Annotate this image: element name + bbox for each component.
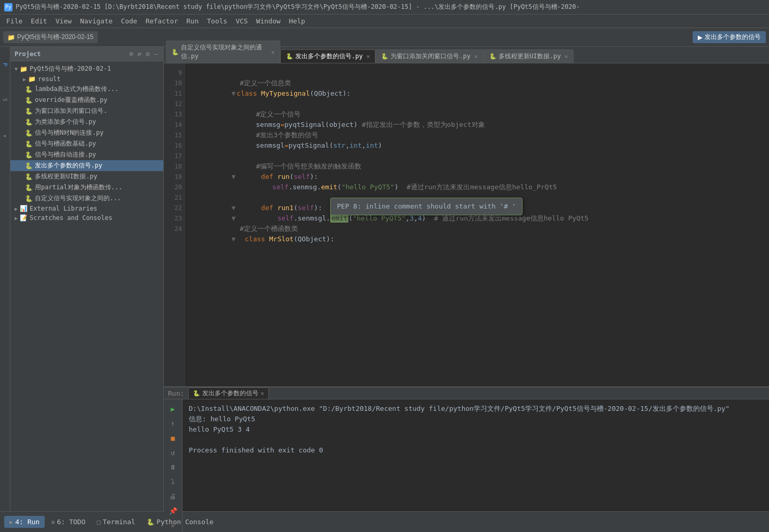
- result-folder-icon: 📁: [28, 75, 36, 83]
- project-add-icon[interactable]: ⊕: [128, 49, 135, 59]
- run-tab-py-icon: 🐍: [193, 390, 200, 397]
- code-editor[interactable]: 9 10 11 12 13 14 15 16 17 18 19 20 21 22…: [164, 63, 769, 386]
- run-output-line-2: 信息: hello PyQt5: [189, 414, 763, 424]
- menu-vcs[interactable]: VCS: [231, 16, 252, 26]
- run-print-button[interactable]: 🖨: [167, 490, 179, 502]
- list-item[interactable]: 🐍 信号与槽自动连接.py: [10, 149, 163, 160]
- py-file-icon: 🐍: [25, 151, 33, 159]
- bottom-python-console-button[interactable]: 🐍 Python Console: [141, 516, 219, 528]
- py-file-icon: 🐍: [25, 173, 33, 180]
- list-item[interactable]: 🐍 为类添加多个信号.py: [10, 116, 163, 127]
- menu-window[interactable]: Window: [252, 16, 285, 26]
- py-file-icon: 🐍: [25, 140, 33, 148]
- menu-run[interactable]: Run: [183, 16, 203, 26]
- tab-close-icon[interactable]: ✕: [474, 53, 478, 60]
- list-item-active[interactable]: 🐍 发出多个参数的信号.py: [10, 160, 163, 171]
- menu-tools[interactable]: Tools: [203, 16, 231, 26]
- py-tab-icon: 🐍: [172, 49, 179, 56]
- menu-edit[interactable]: Edit: [27, 16, 51, 26]
- run-output-line-4: [189, 435, 763, 445]
- py-file-icon: 🐍: [25, 162, 33, 170]
- project-header-icons: ⊕ ⇄ ⚙ —: [128, 49, 159, 59]
- run-bottom-icon: ▶: [9, 518, 13, 526]
- menu-refactor[interactable]: Refactor: [141, 16, 183, 26]
- list-item[interactable]: 🐍 用partial对象为槽函数传...: [10, 182, 163, 193]
- bottom-todo-button[interactable]: ≡ 6: TODO: [46, 516, 90, 528]
- tab-close-icon[interactable]: ✕: [271, 49, 275, 56]
- tab-close-icon[interactable]: ✕: [565, 53, 568, 60]
- code-line-19: self.senmsg.emit("hello PyQT5") #通过run方法…: [191, 172, 763, 182]
- py-tab-icon: 🐍: [286, 53, 293, 60]
- tab-multi-param[interactable]: 🐍 发出多个参数的信号.py ✕: [280, 49, 375, 63]
- run-step-button[interactable]: ⤵: [167, 475, 179, 488]
- code-content[interactable]: #定义一个信息类 ▼class MyTypesignal(QObject): #…: [185, 63, 769, 386]
- run-play-button[interactable]: ▶: [167, 403, 179, 415]
- sidebar-favorites-icon[interactable]: ★: [1, 120, 9, 151]
- tab-multithread[interactable]: 🐍 多线程更新UI数据.py ✕: [484, 49, 574, 63]
- left-sidebar-icons: P S ★: [0, 47, 10, 511]
- run-output-line-3: hello PyQt5 3 4: [189, 424, 763, 435]
- run-pin-button[interactable]: 📌: [167, 504, 179, 517]
- tab-custom-signal[interactable]: 🐍 自定义信号实现对象之间的通信.py ✕: [166, 41, 280, 63]
- menu-navigate[interactable]: Navigate: [76, 16, 117, 26]
- app-icon: Py: [4, 3, 12, 11]
- main-layout: P S ★ Project ⊕ ⇄ ⚙ — ▼ 📁 PyQt5信号与槽-2020…: [0, 47, 769, 511]
- python-console-icon: 🐍: [147, 518, 154, 526]
- todo-icon: ≡: [51, 518, 55, 526]
- list-item[interactable]: 🐍 信号与槽函数基础.py: [10, 138, 163, 149]
- menu-file[interactable]: File: [2, 16, 27, 26]
- run-stop-button[interactable]: ■: [167, 432, 179, 444]
- tree-external-libraries[interactable]: ▶ 📊 External Libraries: [10, 204, 163, 213]
- list-item[interactable]: 🐍 信号与槽N对N的连接.py: [10, 127, 163, 138]
- toolbar: 📁 PyQt5信号与槽-2020-02-15 ▶ 发出多个参数的信号: [0, 28, 769, 47]
- menu-view[interactable]: View: [51, 16, 76, 26]
- run-active-tab[interactable]: 🐍 发出多个参数的信号 ✕: [188, 387, 269, 399]
- project-sync-icon[interactable]: ⇄: [137, 49, 143, 59]
- code-line-24: ▼ class MrSlot(QObject):: [191, 224, 763, 234]
- title-text: PyQt5信号与槽-2020-02-15 [D:\Byrbt2018\Recen…: [16, 3, 580, 11]
- tab-close-icon[interactable]: ✕: [367, 53, 370, 60]
- tree-root[interactable]: ▼ 📁 PyQt5信号与槽-2020-02-1: [10, 63, 163, 74]
- run-output-line-5: Process finished with exit code 0: [189, 445, 763, 456]
- run-up-button[interactable]: ↑: [167, 417, 179, 430]
- py-file-icon: 🐍: [25, 129, 33, 137]
- sidebar-project-icon[interactable]: P: [1, 49, 9, 80]
- run-output: D:\Install\ANACONDA2\python.exe "D:/Byrb…: [183, 399, 769, 532]
- code-line-16: [191, 140, 763, 151]
- menu-bar: File Edit View Navigate Code Refactor Ru…: [0, 15, 769, 28]
- run-button[interactable]: ▶ 发出多个参数的信号: [693, 31, 766, 43]
- tree-scratches[interactable]: ▶ 📝 Scratches and Consoles: [10, 213, 163, 223]
- project-minimize-icon[interactable]: —: [153, 49, 159, 59]
- project-selector[interactable]: 📁 PyQt5信号与槽-2020-02-15: [3, 31, 98, 43]
- run-rerun-button[interactable]: ↺: [167, 446, 179, 459]
- folder-icon: 📁: [7, 34, 15, 41]
- sidebar-structure-icon[interactable]: S: [1, 84, 9, 115]
- code-line-11: [191, 88, 763, 99]
- bottom-terminal-button[interactable]: □ Terminal: [92, 516, 140, 528]
- py-file-icon: 🐍: [25, 184, 33, 191]
- tree-result-folder[interactable]: ▶ 📁 result: [10, 74, 163, 84]
- py-file-icon: 🐍: [25, 119, 33, 126]
- run-tab-close-icon[interactable]: ✕: [260, 390, 264, 397]
- code-line-17: #编写一个信号想关触发的触发函数: [191, 151, 763, 161]
- list-item[interactable]: 🐍 lambda表达式为槽函数传...: [10, 84, 163, 95]
- run-panel: Run: 🐍 发出多个参数的信号 ✕ ▶ ↑ ■ ↺ ⏸ ⤵ 🖨 📌 »: [164, 386, 769, 511]
- code-line-13: senmsg=pyqtSignal(object) #指定发出一个参数，类型为o…: [191, 109, 763, 120]
- menu-code[interactable]: Code: [117, 16, 141, 26]
- list-item[interactable]: 🐍 为窗口添加关闭窗口信号.: [10, 106, 163, 116]
- code-line-12: #定义一个信号: [191, 99, 763, 109]
- menu-help[interactable]: Help: [285, 16, 309, 26]
- py-tab-icon: 🐍: [381, 53, 388, 60]
- list-item[interactable]: 🐍 自定义信号实现对象之间的...: [10, 193, 163, 204]
- code-line-10: ▼class MyTypesignal(QObject):: [191, 78, 763, 88]
- scratch-icon: 📝: [20, 214, 28, 222]
- list-item[interactable]: 🐍 override覆盖槽函数.py: [10, 95, 163, 106]
- project-label: Project: [15, 50, 41, 58]
- run-pause-button[interactable]: ⏸: [167, 461, 179, 473]
- list-item[interactable]: 🐍 多线程更新UI数据.py: [10, 171, 163, 182]
- bottom-run-button[interactable]: ▶ 4: Run: [4, 516, 45, 528]
- lib-icon: 📊: [20, 205, 28, 212]
- tab-close-signal[interactable]: 🐍 为窗口添加关闭窗口信号.py ✕: [375, 49, 483, 63]
- py-file-icon: 🐍: [25, 195, 33, 202]
- project-settings-icon[interactable]: ⚙: [145, 49, 151, 59]
